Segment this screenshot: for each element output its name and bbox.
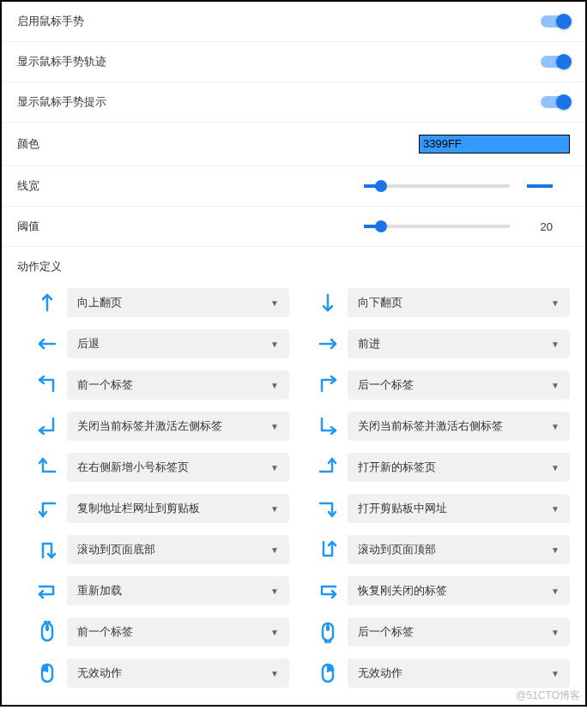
actions-grid: 向上翻页 ▼ 向下翻页 ▼ 后退 ▼ 前进 ▼ 前一个标签 ▼ 后一个标签 ▼ (2, 281, 585, 705)
toggle-label: 显示鼠标手势轨迹 (17, 54, 106, 69)
action-select[interactable]: 打开新的标签页 ▼ (348, 453, 570, 482)
up-left-icon (36, 374, 58, 396)
action-label: 恢复刚关闭的标签 (358, 583, 447, 599)
chevron-down-icon: ▼ (270, 504, 279, 514)
chevron-down-icon: ▼ (270, 298, 279, 308)
action-item: 打开剪贴板中网址 ▼ (317, 494, 570, 523)
mouse-left-icon (36, 662, 58, 684)
threshold-slider[interactable] (364, 225, 510, 228)
action-select[interactable]: 后退 ▼ (67, 329, 289, 358)
toggle-row-show-hint: 显示鼠标手势提示 (2, 82, 585, 123)
action-select[interactable]: 后一个标签 ▼ (348, 370, 570, 400)
action-select[interactable]: 前一个标签 ▼ (67, 617, 289, 647)
action-select[interactable]: 向下翻页 ▼ (348, 288, 570, 317)
linewidth-slider[interactable] (364, 184, 510, 188)
chevron-down-icon: ▼ (270, 587, 279, 596)
chevron-down-icon: ▼ (551, 298, 560, 308)
action-select[interactable]: 滚动到页面底部 ▼ (67, 535, 289, 564)
action-select[interactable]: 打开剪贴板中网址 ▼ (348, 494, 570, 523)
down-right-icon (317, 415, 339, 437)
action-label: 关闭当前标签并激活左侧标签 (77, 418, 222, 434)
action-item: 前进 ▼ (317, 329, 570, 358)
chevron-down-icon: ▼ (270, 463, 279, 472)
action-item: 向上翻页 ▼ (36, 288, 289, 317)
action-item: 后一个标签 ▼ (317, 370, 570, 400)
chevron-down-icon: ▼ (551, 340, 560, 349)
action-item: 无效动作 ▼ (36, 659, 289, 688)
action-select[interactable]: 关闭当前标签并激活右侧标签 ▼ (348, 412, 570, 441)
toggle-show-hint[interactable] (541, 96, 570, 108)
linewidth-row: 线宽 (2, 166, 585, 207)
action-select[interactable]: 关闭当前标签并激活左侧标签 ▼ (67, 412, 289, 441)
action-select[interactable]: 在右侧新增小号标签页 ▼ (67, 453, 289, 482)
arrow-right-icon (317, 333, 339, 355)
action-label: 向下翻页 (358, 295, 402, 310)
left-down-icon (36, 497, 58, 520)
toggle-row-show-trail: 显示鼠标手势轨迹 (2, 42, 585, 82)
action-item: 后一个标签 ▼ (317, 617, 570, 647)
action-label: 重新加载 (77, 583, 122, 599)
action-label: 复制地址栏网址到剪贴板 (77, 501, 200, 516)
chevron-down-icon: ▼ (551, 463, 560, 472)
color-input[interactable]: 3399FF (419, 135, 570, 153)
action-label: 前一个标签 (77, 624, 133, 640)
linewidth-preview (527, 184, 553, 188)
action-select[interactable]: 无效动作 ▼ (67, 659, 289, 688)
arrow-left-icon (36, 333, 58, 355)
linewidth-label: 线宽 (17, 178, 39, 194)
action-label: 无效动作 (77, 665, 122, 681)
chevron-down-icon: ▼ (551, 545, 560, 555)
action-label: 滚动到页面底部 (77, 542, 155, 557)
threshold-row: 阈值 20 (2, 207, 585, 247)
color-row: 颜色 3399FF (2, 123, 585, 166)
action-select[interactable]: 前一个标签 ▼ (67, 370, 289, 400)
action-label: 后一个标签 (358, 624, 414, 640)
action-item: 向下翻页 ▼ (317, 288, 570, 317)
chevron-down-icon: ▼ (270, 340, 279, 349)
chevron-down-icon: ▼ (551, 504, 560, 514)
mouse-down-icon (317, 621, 339, 643)
action-item: 无效动作 ▼ (317, 659, 570, 688)
toggle-enable-gesture[interactable] (541, 15, 570, 27)
toggle-show-trail[interactable] (541, 56, 570, 68)
chevron-down-icon: ▼ (551, 422, 560, 431)
action-item: 滚动到页面底部 ▼ (36, 535, 289, 564)
action-label: 向上翻页 (77, 295, 122, 310)
down-up-icon (317, 538, 339, 561)
arrow-up-icon (36, 292, 58, 314)
action-item: 前一个标签 ▼ (36, 370, 289, 400)
threshold-label: 阈值 (17, 219, 39, 234)
color-label: 颜色 (17, 136, 39, 152)
action-item: 前一个标签 ▼ (36, 617, 289, 647)
action-item: 复制地址栏网址到剪贴板 ▼ (36, 494, 289, 523)
action-item: 关闭当前标签并激活右侧标签 ▼ (317, 412, 570, 441)
action-select[interactable]: 无效动作 ▼ (348, 659, 570, 688)
action-label: 滚动到页面顶部 (358, 542, 436, 557)
action-select[interactable]: 向上翻页 ▼ (67, 288, 289, 317)
action-item: 在右侧新增小号标签页 ▼ (36, 453, 289, 482)
left-right-icon (317, 580, 339, 602)
arrow-down-icon (317, 292, 339, 314)
action-item: 后退 ▼ (36, 329, 289, 358)
action-label: 前进 (358, 336, 380, 352)
right-up-icon (317, 456, 339, 478)
left-up-icon (36, 456, 58, 478)
up-down-icon (36, 538, 58, 561)
action-select[interactable]: 重新加载 ▼ (67, 576, 289, 605)
chevron-down-icon: ▼ (270, 669, 279, 678)
up-right-icon (317, 374, 339, 396)
toggle-row-enable-gesture: 启用鼠标手势 (2, 2, 585, 42)
toggle-label: 显示鼠标手势提示 (17, 94, 106, 110)
action-item: 重新加载 ▼ (36, 576, 289, 605)
chevron-down-icon: ▼ (551, 669, 560, 678)
action-select[interactable]: 复制地址栏网址到剪贴板 ▼ (67, 494, 289, 523)
action-label: 后退 (77, 336, 100, 352)
action-item: 滚动到页面顶部 ▼ (317, 535, 570, 564)
action-select[interactable]: 恢复刚关闭的标签 ▼ (348, 576, 570, 605)
chevron-down-icon: ▼ (270, 628, 279, 637)
action-select[interactable]: 滚动到页面顶部 ▼ (348, 535, 570, 564)
action-select[interactable]: 前进 ▼ (348, 329, 570, 358)
action-select[interactable]: 后一个标签 ▼ (348, 617, 570, 647)
chevron-down-icon: ▼ (551, 381, 560, 390)
down-left-icon (36, 415, 58, 437)
